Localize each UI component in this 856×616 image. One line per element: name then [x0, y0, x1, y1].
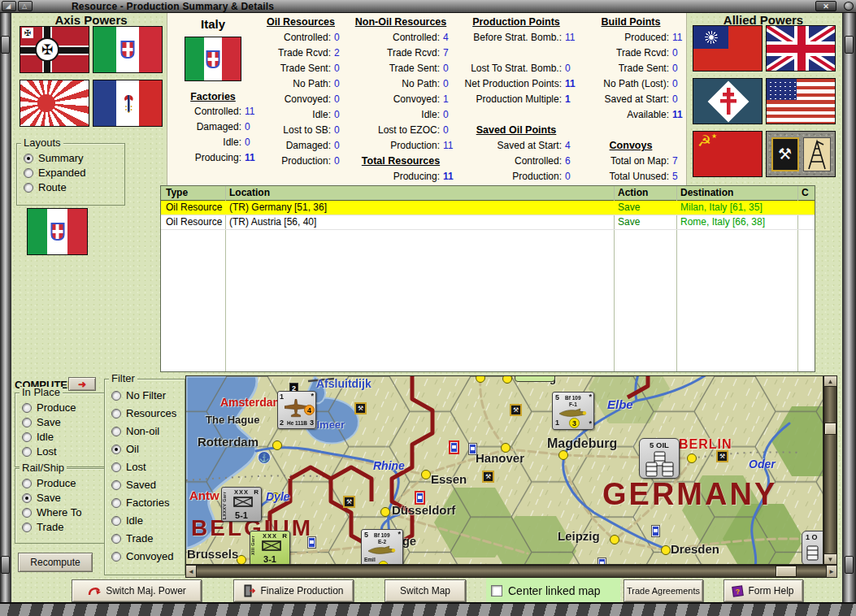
resource-icons-cell[interactable]: ⚒ [766, 131, 836, 177]
radio-filter-nonoil[interactable]: Non-oil [111, 425, 159, 437]
radio-layout-expanded[interactable]: Expanded [24, 167, 86, 179]
trade-agreements-button[interactable]: Trade Agreements [624, 579, 703, 602]
unit-marker[interactable] [450, 442, 458, 453]
unit-marker[interactable] [308, 537, 315, 548]
radio-filter-convoyed[interactable]: Convoyed [111, 550, 174, 562]
oil-counter-east[interactable]: 1 O [802, 531, 823, 565]
close-button[interactable]: ✕ [815, 1, 836, 11]
col-type[interactable]: Type [166, 187, 188, 198]
map-label-the-hague: The Hague [206, 414, 259, 426]
radio-filter-resources[interactable]: Resources [111, 407, 176, 419]
hex-map[interactable]: Afsluitdijk Amsterdam The Hague Rotterda… [185, 375, 823, 565]
window-shade-button[interactable]: △ [18, 1, 33, 11]
resource-table: Type Location Action Destination C Oil R… [160, 185, 815, 372]
radio-filter-oil[interactable]: Oil [111, 443, 139, 455]
radio-railship-save[interactable]: Save [22, 492, 61, 504]
flag-germany[interactable]: ✠ ✠ [20, 26, 89, 73]
vscroll-thumb[interactable] [824, 423, 836, 435]
radio-inplace-lost[interactable]: Lost [22, 445, 57, 458]
window-menu-button[interactable]: ◢ [2, 1, 16, 11]
scroll-down-button[interactable]: ▼ [823, 553, 837, 565]
iron-cross-icon: ✠ [41, 42, 53, 58]
garrison-unit-green[interactable]: XXX R XIII Garr 3-1 [250, 531, 290, 565]
mining-icon: ⚒ [354, 402, 367, 414]
air-unit-bf109f[interactable]: 5 Bf 109 * F-1 1 3 * [552, 392, 594, 430]
col-c[interactable]: C [802, 187, 809, 198]
window-frame-left [0, 13, 11, 602]
flag-usa[interactable] [766, 78, 836, 124]
map-label-germany: GERMANY [602, 479, 777, 511]
scroll-up-button[interactable]: ▲ [823, 375, 837, 387]
radio-railship-whereto[interactable]: Where To [22, 506, 81, 518]
flag-japan[interactable] [20, 80, 89, 127]
radio-railship-trade[interactable]: Trade [22, 521, 63, 533]
scroll-left-button[interactable]: ◄ [185, 565, 197, 578]
finalize-production-button[interactable]: Finalize Production [233, 579, 354, 602]
radio-inplace-produce[interactable]: Produce [22, 401, 76, 414]
exit-door-icon [243, 584, 255, 597]
oil-counter-berlin[interactable]: 5 OIL [639, 438, 680, 479]
red-arrow-icon: ➜ [78, 379, 86, 390]
flag-free-france[interactable] [693, 78, 763, 124]
radio-layout-route[interactable]: Route [24, 181, 67, 193]
flag-ussr[interactable]: ☭ ★ [693, 131, 763, 177]
computed-arrow-button[interactable]: ➜ [68, 377, 96, 391]
radio-filter-trade[interactable]: Trade [111, 532, 153, 544]
recompute-button[interactable]: Recompute [18, 553, 93, 572]
table-row[interactable]: Oil Resource (TR) Austria [56, 40] Save … [161, 215, 815, 230]
map-label-essen: Essen [431, 473, 467, 486]
unit-marker[interactable] [598, 558, 606, 565]
flag-italy[interactable] [93, 26, 163, 73]
savoy-shield-icon [121, 41, 135, 59]
unit-marker[interactable] [469, 444, 476, 454]
radio-filter-saved[interactable]: Saved [111, 479, 156, 491]
oil-derrick-icon [803, 137, 831, 171]
app-window: ◢ △ Resource - Production Summary & Deta… [0, 0, 856, 616]
unit-marker[interactable] [416, 492, 424, 503]
map-label-oder: Oder [749, 458, 776, 471]
convoys-header: Convoys [579, 140, 683, 151]
mining-icon: ⚒ [482, 471, 494, 483]
hammer-sickle-icon: ☭ [697, 132, 711, 150]
radio-filter-idle[interactable]: Idle [111, 514, 143, 527]
switch-major-power-button[interactable]: Switch Maj. Power [72, 579, 202, 602]
table-row[interactable]: Oil Resource (TR) Germany [51, 36] Save … [161, 201, 815, 215]
center-linked-map-option[interactable]: Center linked map [486, 578, 620, 603]
switch-map-button[interactable]: Switch Map [385, 579, 466, 602]
flag-uk[interactable] [766, 25, 836, 72]
center-linked-map-checkbox[interactable] [491, 585, 502, 596]
flag-china[interactable] [693, 25, 763, 72]
radio-inplace-idle[interactable]: Idle [22, 431, 54, 443]
mining-icon: ⚒ [343, 496, 355, 508]
map-label-dresden: Dresden [671, 543, 719, 556]
unit-marker[interactable] [652, 526, 659, 536]
rail-ship-title: Rail/Ship [20, 462, 67, 474]
air-unit-he111[interactable]: 1 * 4 2 He 111B 3 [277, 391, 316, 429]
hscroll-thumb[interactable] [776, 566, 797, 577]
radio-railship-produce[interactable]: Produce [22, 477, 76, 489]
scroll-right-button[interactable]: ► [826, 565, 837, 578]
radio-filter-factories[interactable]: Factories [111, 497, 169, 509]
fighter-icon [368, 545, 396, 555]
oil-barrels-icon [806, 543, 822, 564]
radio-filter-nofilter[interactable]: No Filter [111, 389, 166, 401]
axis-powers-title: Axis Powers [16, 13, 166, 27]
francisque-icon [123, 93, 134, 115]
col-action[interactable]: Action [618, 187, 648, 198]
form-help-button[interactable]: ? Form Help [723, 579, 803, 602]
production-points-header: Production Points [457, 16, 576, 28]
garrison-unit-gray[interactable]: XXX R LXXXV Garr 5-1 [221, 487, 262, 522]
help-book-icon: ? [732, 585, 745, 597]
radio-inplace-save[interactable]: Save [22, 416, 61, 428]
flag-vichy-france[interactable] [93, 80, 163, 127]
title-bar[interactable]: ◢ △ Resource - Production Summary & Deta… [0, 0, 856, 13]
col-destination[interactable]: Destination [680, 187, 733, 198]
radio-layout-summary[interactable]: Summary [24, 152, 84, 164]
col-location[interactable]: Location [229, 187, 270, 198]
map-label-dyle: Dyle [266, 491, 290, 503]
selected-power-flag-italy[interactable] [27, 208, 88, 255]
air-unit-bf109e[interactable]: 5 Bf 109 * E-2 Emil 3 [361, 529, 403, 565]
factories-header: Factories [171, 91, 255, 102]
partial-counter-top[interactable] [515, 375, 555, 382]
radio-filter-lost[interactable]: Lost [111, 461, 146, 473]
